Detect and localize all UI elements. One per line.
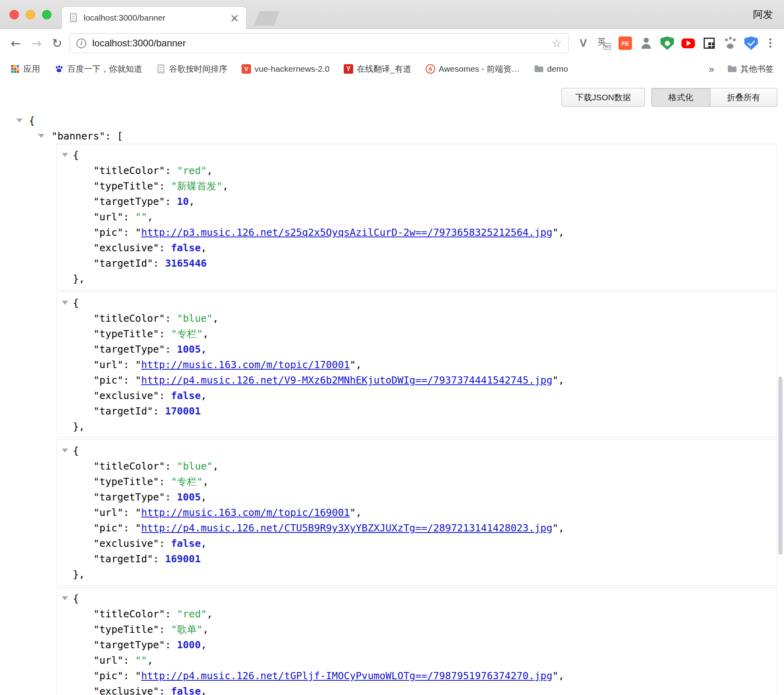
json-property-line: "targetId": 170001 — [57, 403, 777, 419]
collapse-arrow-icon[interactable] — [62, 596, 68, 600]
json-root: {"banners": [{"titleColor": "red","typeT… — [0, 113, 784, 695]
json-property-line: "typeTitle": "歌单", — [57, 622, 777, 637]
json-url-link[interactable]: http://p4.music.126.net/V9-MXz6b2MNhEKju… — [141, 374, 552, 386]
json-object-box: {"titleColor": "blue","typeTitle": "专栏",… — [57, 439, 777, 586]
minimize-window-button[interactable] — [26, 10, 35, 19]
translate-extension-icon[interactable] — [598, 36, 611, 50]
bookmark-label: 谷歌按时间排序 — [169, 63, 227, 74]
collapse-all-button[interactable]: 折叠所有 — [710, 88, 777, 107]
json-url-link[interactable]: http://p3.music.126.net/s25q2x5QyqsAzilC… — [141, 227, 552, 238]
json-object-open: { — [57, 295, 777, 311]
people-extension-icon[interactable] — [639, 36, 653, 50]
json-property-line: "url": "", — [57, 209, 777, 225]
json-property-line: "typeTitle": "专栏", — [57, 326, 777, 342]
youtube-extension-icon[interactable] — [681, 38, 695, 48]
json-object-close: }, — [57, 419, 777, 434]
folder-icon — [534, 64, 544, 74]
json-property-line: "typeTitle": "专栏", — [57, 474, 777, 489]
json-property-line: "pic": "http://p3.music.126.net/s25q2x5Q… — [57, 225, 777, 240]
forward-button[interactable]: → — [26, 36, 47, 50]
address-bar[interactable]: i localhost:3000/banner ☆ — [70, 33, 569, 53]
youdao-icon — [344, 64, 353, 74]
json-url-link[interactable]: http://p4.music.126.net/CTU5B9R9y3XyYBZX… — [141, 522, 552, 534]
zoom-window-button[interactable] — [42, 10, 51, 19]
json-object-open: { — [57, 443, 777, 458]
back-button[interactable]: ← — [6, 36, 26, 50]
scrollbar[interactable] — [778, 376, 782, 555]
json-url-link[interactable]: http://music.163.com/m/topic/169001 — [141, 507, 350, 518]
json-property-line: "typeTitle": "新碟首发", — [57, 178, 777, 194]
tab-title: localhost:3000/banner — [84, 13, 226, 23]
json-url-link[interactable]: http://music.163.com/m/topic/170001 — [141, 359, 350, 370]
bookmark-label: 在线翻译_有道 — [357, 63, 411, 74]
browser-window: localhost:3000/banner × 阿发 ← → ↻ i local… — [0, 0, 784, 695]
json-property-line: "targetType": 10, — [57, 194, 777, 209]
shield-blue-extension-icon[interactable] — [744, 36, 758, 50]
folder-icon — [727, 64, 737, 74]
view-button-group: 格式化 折叠所有 — [651, 88, 777, 107]
close-window-button[interactable] — [10, 10, 19, 19]
json-property-line: "exclusive": false, — [57, 240, 777, 256]
browser-menu-button[interactable] — [762, 35, 778, 51]
json-root-open: { — [0, 113, 784, 128]
profile-name[interactable]: 阿发 — [753, 8, 773, 21]
collapse-arrow-icon[interactable] — [62, 449, 68, 453]
apps-icon — [10, 64, 20, 74]
json-property-line: "targetId": 3165446 — [57, 256, 777, 271]
bookmark-item[interactable]: vue-hackernews-2.0 — [242, 64, 329, 74]
menu-dots-icon — [769, 38, 771, 48]
json-object-box: {"titleColor": "red","typeTitle": "新碟首发"… — [57, 144, 777, 290]
download-json-button[interactable]: 下载JSON数据 — [561, 88, 645, 107]
tab-close-icon[interactable]: × — [230, 11, 239, 25]
json-object-close: }, — [57, 567, 777, 582]
json-object-open: { — [57, 147, 777, 163]
collapse-arrow-icon[interactable] — [62, 153, 68, 157]
new-tab-button[interactable] — [254, 11, 280, 25]
bookmark-item[interactable]: Awesomes - 前端资… — [426, 63, 520, 74]
bookmark-item[interactable]: demo — [534, 64, 568, 74]
other-bookmarks[interactable]: 其他书签 — [727, 63, 774, 74]
browser-tab[interactable]: localhost:3000/banner × — [61, 6, 247, 29]
bookmark-label: 应用 — [23, 63, 40, 74]
bookmark-star-icon[interactable]: ☆ — [552, 36, 562, 50]
doc-icon — [158, 65, 164, 73]
page-favicon-icon — [70, 13, 77, 22]
collapse-arrow-icon[interactable] — [38, 134, 44, 138]
json-property-line: "titleColor": "blue", — [57, 311, 777, 326]
json-url-link[interactable]: http://p4.music.126.net/tGPljf-IMOCyPvum… — [141, 670, 552, 682]
collapse-arrow-icon[interactable] — [16, 118, 23, 122]
qr-code-extension-icon[interactable] — [704, 38, 715, 49]
shield-green-extension-icon[interactable] — [660, 36, 674, 50]
vue-icon — [242, 64, 251, 74]
collapse-arrow-icon[interactable] — [62, 301, 68, 305]
paw-extension-icon[interactable] — [723, 36, 737, 50]
page-info-icon[interactable]: i — [76, 38, 86, 48]
json-property-line: "pic": "http://p4.music.126.net/tGPljf-I… — [57, 668, 777, 684]
json-actions: 下载JSON数据 格式化 折叠所有 — [0, 80, 784, 107]
bookmark-item[interactable]: 应用 — [10, 63, 40, 74]
awesomes-icon — [426, 64, 435, 74]
bookmark-item[interactable]: 在线翻译_有道 — [344, 63, 411, 74]
json-array-open: "banners": [ — [0, 128, 784, 144]
json-property-line: "pic": "http://p4.music.126.net/V9-MXz6b… — [57, 372, 777, 388]
json-property-line: "exclusive": false, — [57, 536, 777, 551]
bookmarks-right: » 其他书签 — [708, 63, 774, 75]
json-property-line: "exclusive": false, — [57, 684, 777, 695]
window-controls — [10, 10, 51, 19]
other-bookmarks-label: 其他书签 — [740, 63, 774, 74]
bookmark-item[interactable]: 谷歌按时间排序 — [156, 63, 227, 74]
json-object-box: {"titleColor": "blue","typeTitle": "专栏",… — [57, 292, 777, 438]
bookmarks-overflow-chevron[interactable]: » — [708, 63, 715, 75]
json-property-line: "targetType": 1000, — [57, 637, 777, 653]
v-extension-icon[interactable] — [577, 36, 590, 50]
reload-button[interactable]: ↻ — [47, 36, 67, 50]
fe-extension-icon[interactable] — [618, 36, 632, 50]
browser-toolbar: ← → ↻ i localhost:3000/banner ☆ — [0, 29, 784, 57]
json-property-line: "targetId": 169001 — [57, 551, 777, 567]
url-text[interactable]: localhost:3000/banner — [92, 38, 552, 49]
json-object-open: { — [57, 591, 777, 606]
bookmark-item[interactable]: 百度一下，你就知道 — [54, 63, 142, 74]
format-button[interactable]: 格式化 — [651, 88, 710, 107]
bookmark-label: demo — [547, 64, 568, 74]
bookmark-label: Awesomes - 前端资… — [439, 63, 520, 74]
